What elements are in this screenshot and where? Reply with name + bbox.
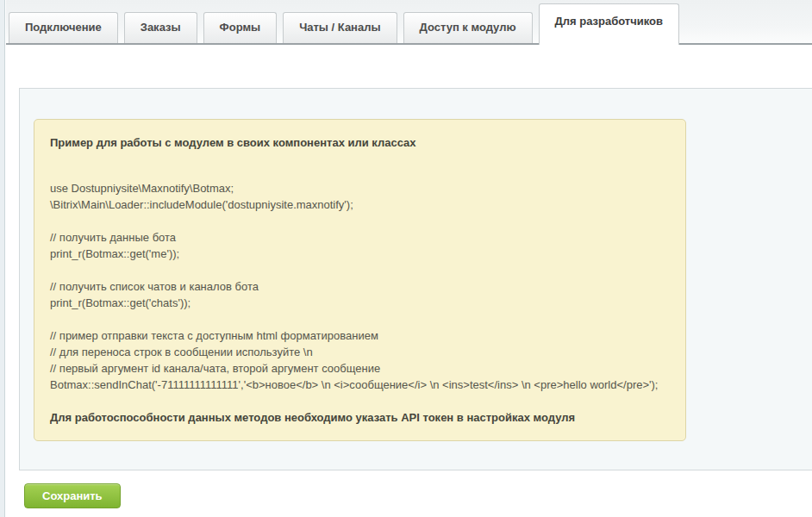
code-line: \Bitrix\Main\Loader::includeModule('dost… (50, 196, 670, 213)
tab-chats-channels[interactable]: Чаты / Каналы (283, 12, 397, 43)
developer-info-box: Пример для работы с модулем в своих комп… (34, 119, 686, 441)
tab-bar: ПодключениеЗаказыФормыЧаты / КаналыДосту… (6, 0, 812, 45)
tab-forms[interactable]: Формы (203, 12, 278, 43)
save-button[interactable]: Сохранить (24, 483, 121, 508)
tab-for-developers[interactable]: Для разработчиков (539, 3, 680, 45)
tab-module-access[interactable]: Доступ к модулю (403, 12, 533, 43)
code-line (50, 262, 670, 278)
code-line: // получить список чатов и каналов бота (50, 278, 670, 295)
code-line (50, 213, 670, 229)
infobox-footer: Для работоспособности данных методов нео… (50, 409, 670, 426)
settings-panel: Пример для работы с модулем в своих комп… (19, 88, 812, 470)
page-left-edge (0, 0, 5, 517)
code-line (50, 311, 670, 327)
code-line: print_r(Botmax::get('chats')); (50, 295, 670, 311)
tab-orders[interactable]: Заказы (124, 12, 197, 43)
code-line: print_r(Botmax::get('me')); (50, 246, 670, 262)
code-line: // первый аргумент id канала/чата, второ… (50, 360, 670, 377)
code-line: // пример отправки текста с доступным ht… (50, 327, 670, 344)
code-line: Botmax::sendInChat('-71111111111111','<b… (50, 377, 670, 393)
infobox-heading: Пример для работы с модулем в своих комп… (50, 134, 670, 151)
code-example: use Dostupniysite\Maxnotify\Botmax;\Bitr… (50, 180, 670, 393)
code-line: use Dostupniysite\Maxnotify\Botmax; (50, 180, 670, 196)
tab-connection[interactable]: Подключение (9, 12, 118, 43)
code-line: // для переноса строк в сообщении исполь… (50, 344, 670, 360)
code-line: // получить данные бота (50, 229, 670, 246)
